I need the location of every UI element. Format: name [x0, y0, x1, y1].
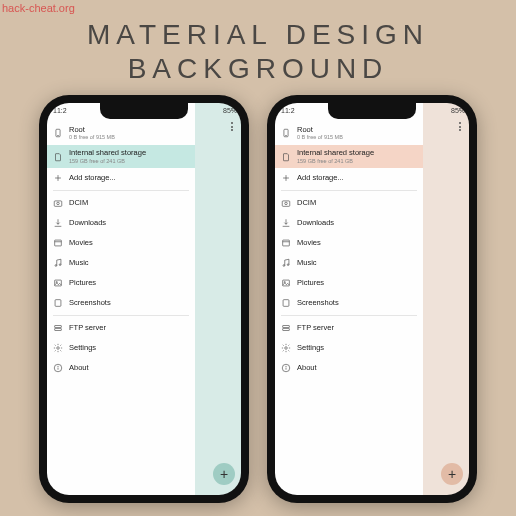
- root-sub: 0 B free of 915 MB: [69, 134, 189, 140]
- nav-drawer: 11:2 Root 0 B free of 915 MB Internal sh…: [47, 103, 195, 495]
- root-sub: 0 B free of 915 MB: [297, 134, 417, 140]
- drawer-item-movies[interactable]: Movies: [275, 233, 423, 253]
- root-label: Root: [297, 126, 417, 134]
- svg-point-24: [285, 202, 288, 205]
- server-icon: [53, 323, 63, 333]
- drawer-item-dcim[interactable]: DCIM: [275, 193, 423, 213]
- about-label: About: [297, 364, 317, 372]
- svg-point-15: [57, 347, 60, 350]
- fab-add[interactable]: +: [213, 463, 235, 485]
- drawer-item-ftp[interactable]: FTP server: [47, 318, 195, 338]
- shared-sub: 159 GB free of 241 GB: [297, 158, 417, 164]
- shared-sub: 159 GB free of 241 GB: [69, 158, 189, 164]
- sd-card-icon: [53, 152, 63, 162]
- plus-icon: [281, 173, 291, 183]
- page-title: MATERIAL DESIGN BACKGROUND: [0, 0, 516, 95]
- music-label: Music: [69, 259, 89, 267]
- server-icon: [281, 323, 291, 333]
- plus-icon: [53, 173, 63, 183]
- screenshot-icon: [53, 298, 63, 308]
- phone-mockup-peach: 11:2 Root 0 B free of 915 MB Internal sh…: [267, 95, 477, 503]
- phone-mockup-teal: 11:2 Root 0 B free of 915 MB Internal sh…: [39, 95, 249, 503]
- shared-label: Internal shared storage: [69, 149, 189, 157]
- status-battery: 85%: [451, 107, 465, 114]
- drawer-item-shared-storage[interactable]: Internal shared storage 159 GB free of 2…: [275, 145, 423, 167]
- svg-rect-13: [55, 325, 62, 327]
- svg-point-27: [283, 264, 285, 266]
- movies-label: Movies: [69, 239, 93, 247]
- phone-icon: [53, 128, 63, 138]
- shared-label: Internal shared storage: [297, 149, 417, 157]
- music-icon: [53, 258, 63, 268]
- drawer-item-root[interactable]: Root 0 B free of 915 MB: [275, 121, 423, 145]
- drawer-item-ftp[interactable]: FTP server: [275, 318, 423, 338]
- svg-point-9: [59, 264, 61, 266]
- drawer-item-add-storage[interactable]: Add storage...: [47, 168, 195, 188]
- drawer-item-about[interactable]: About: [275, 358, 423, 378]
- divider: [281, 190, 417, 191]
- drawer-item-downloads[interactable]: Downloads: [47, 213, 195, 233]
- download-icon: [281, 218, 291, 228]
- info-icon: [53, 363, 63, 373]
- add-storage-label: Add storage...: [69, 174, 116, 182]
- content-pane: 85% +: [423, 103, 469, 495]
- drawer-item-pictures[interactable]: Pictures: [275, 273, 423, 293]
- menu-button[interactable]: [231, 122, 233, 131]
- drawer-item-downloads[interactable]: Downloads: [275, 213, 423, 233]
- svg-point-28: [287, 264, 289, 266]
- content-pane: 85% +: [195, 103, 241, 495]
- svg-point-5: [57, 202, 60, 205]
- svg-rect-23: [282, 201, 290, 206]
- menu-button[interactable]: [459, 122, 461, 131]
- root-label: Root: [69, 126, 189, 134]
- drawer-item-movies[interactable]: Movies: [47, 233, 195, 253]
- drawer-item-settings[interactable]: Settings: [275, 338, 423, 358]
- pictures-label: Pictures: [69, 279, 96, 287]
- svg-rect-31: [283, 299, 289, 306]
- gear-icon: [53, 343, 63, 353]
- drawer-item-screenshots[interactable]: Screenshots: [47, 293, 195, 313]
- music-icon: [281, 258, 291, 268]
- svg-rect-33: [283, 328, 290, 330]
- drawer-item-add-storage[interactable]: Add storage...: [275, 168, 423, 188]
- phone-icon: [281, 128, 291, 138]
- phone-notch: [100, 103, 188, 119]
- drawer-item-music[interactable]: Music: [47, 253, 195, 273]
- movies-label: Movies: [297, 239, 321, 247]
- sd-card-icon: [281, 152, 291, 162]
- ftp-label: FTP server: [69, 324, 106, 332]
- phones-row: 11:2 Root 0 B free of 915 MB Internal sh…: [0, 95, 516, 503]
- svg-rect-32: [283, 325, 290, 327]
- svg-rect-4: [54, 201, 62, 206]
- pictures-label: Pictures: [297, 279, 324, 287]
- drawer-item-shared-storage[interactable]: Internal shared storage 159 GB free of 2…: [47, 145, 195, 167]
- phone-screen: 11:2 Root 0 B free of 915 MB Internal sh…: [275, 103, 469, 495]
- divider: [281, 315, 417, 316]
- drawer-item-about[interactable]: About: [47, 358, 195, 378]
- phone-screen: 11:2 Root 0 B free of 915 MB Internal sh…: [47, 103, 241, 495]
- drawer-item-dcim[interactable]: DCIM: [47, 193, 195, 213]
- screenshots-label: Screenshots: [69, 299, 111, 307]
- drawer-item-screenshots[interactable]: Screenshots: [275, 293, 423, 313]
- camera-icon: [53, 198, 63, 208]
- svg-rect-10: [55, 280, 62, 286]
- title-line-1: MATERIAL DESIGN: [0, 18, 516, 52]
- phone-notch: [328, 103, 416, 119]
- divider: [53, 315, 189, 316]
- watermark-text: hack-cheat.org: [2, 2, 75, 14]
- status-time: 11:2: [53, 107, 67, 114]
- fab-add[interactable]: +: [441, 463, 463, 485]
- drawer-item-root[interactable]: Root 0 B free of 915 MB: [47, 121, 195, 145]
- drawer-item-settings[interactable]: Settings: [47, 338, 195, 358]
- screenshots-label: Screenshots: [297, 299, 339, 307]
- image-icon: [281, 278, 291, 288]
- drawer-item-pictures[interactable]: Pictures: [47, 273, 195, 293]
- drawer-item-music[interactable]: Music: [275, 253, 423, 273]
- image-icon: [53, 278, 63, 288]
- downloads-label: Downloads: [69, 219, 106, 227]
- status-battery: 85%: [223, 107, 237, 114]
- svg-point-8: [55, 264, 57, 266]
- status-time: 11:2: [281, 107, 295, 114]
- downloads-label: Downloads: [297, 219, 334, 227]
- music-label: Music: [297, 259, 317, 267]
